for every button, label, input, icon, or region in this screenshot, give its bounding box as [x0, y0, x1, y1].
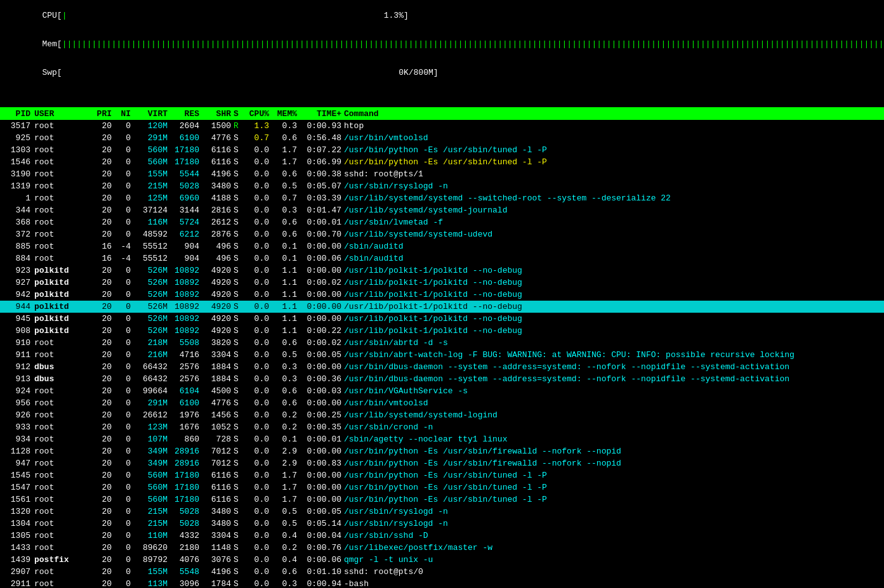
- table-row[interactable]: 910 root 20 0 218M 5508 3820 S 0.0 0.6 0…: [0, 337, 884, 349]
- table-row[interactable]: 1319 root 20 0 215M 5028 3480 S 0.0 0.5 …: [0, 180, 884, 192]
- col-header-shr[interactable]: SHR: [202, 109, 234, 119]
- proc-cpu: 0.0: [244, 434, 272, 444]
- proc-mem: 0.6: [272, 338, 300, 348]
- table-row[interactable]: 1433 root 20 0 89620 2180 1148 S 0.0 0.2…: [0, 542, 884, 554]
- proc-res: 4716: [170, 350, 202, 360]
- table-row[interactable]: 1 root 20 0 125M 6960 4188 S 0.0 0.7 0:0…: [0, 192, 884, 204]
- table-row[interactable]: 2911 root 20 0 113M 3096 1784 S 0.0 0.3 …: [0, 578, 884, 588]
- table-row[interactable]: 1547 root 20 0 560M 17180 6116 S 0.0 1.7…: [0, 481, 884, 493]
- proc-shr: 4920: [202, 326, 234, 336]
- proc-shr: 496: [202, 242, 234, 251]
- col-header-pid[interactable]: PID: [3, 109, 34, 119]
- proc-pri: 20: [91, 471, 114, 480]
- proc-virt: 291M: [133, 133, 170, 143]
- col-header-mem[interactable]: MEM%: [272, 109, 300, 119]
- col-header-cmd[interactable]: Command: [344, 109, 881, 119]
- proc-time: 0:00.93: [300, 121, 344, 131]
- proc-pid: 1128: [3, 447, 34, 456]
- table-row[interactable]: 924 root 20 0 99664 6104 4500 S 0.0 0.6 …: [0, 385, 884, 397]
- proc-cpu: 0.0: [244, 181, 272, 191]
- proc-s: S: [234, 459, 244, 468]
- table-row[interactable]: 884 root 16 -4 55512 904 496 S 0.0 0.1 0…: [0, 252, 884, 265]
- proc-s: S: [234, 338, 244, 348]
- table-row[interactable]: 3517 root 20 0 120M 2604 1500 R 1.3 0.3 …: [0, 120, 884, 132]
- proc-cmd: /usr/bin/python -Es /usr/sbin/firewalld …: [344, 459, 881, 468]
- proc-user: polkitd: [34, 314, 91, 323]
- table-row[interactable]: 911 root 20 0 216M 4716 3304 S 0.0 0.5 0…: [0, 349, 884, 361]
- cpu-label: CPU[: [42, 11, 62, 20]
- table-row[interactable]: 1545 root 20 0 560M 17180 6116 S 0.0 1.7…: [0, 469, 884, 481]
- proc-cpu: 0.0: [244, 169, 272, 179]
- proc-pid: 1320: [3, 507, 34, 516]
- proc-mem: 0.6: [272, 169, 300, 179]
- table-row[interactable]: 3190 root 20 0 155M 5544 4196 S 0.0 0.6 …: [0, 168, 884, 180]
- table-row[interactable]: 956 root 20 0 291M 6100 4776 S 0.0 0.6 0…: [0, 397, 884, 409]
- proc-ni: 0: [114, 169, 133, 179]
- proc-pri: 20: [91, 326, 114, 336]
- table-row[interactable]: 908 polkitd 20 0 526M 10892 4920 S 0.0 1…: [0, 325, 884, 337]
- table-row[interactable]: 942 polkitd 20 0 526M 10892 4920 S 0.0 1…: [0, 289, 884, 301]
- col-header-ni[interactable]: NI: [114, 109, 133, 119]
- table-row[interactable]: 933 root 20 0 123M 1676 1052 S 0.0 0.2 0…: [0, 421, 884, 433]
- proc-pri: 20: [91, 459, 114, 468]
- proc-mem: 0.1: [272, 254, 300, 263]
- proc-pid: 1: [3, 193, 34, 203]
- proc-virt: 560M: [133, 145, 170, 155]
- proc-pri: 20: [91, 266, 114, 275]
- col-header-time[interactable]: TIME+: [300, 109, 344, 119]
- proc-virt: 215M: [133, 519, 170, 528]
- table-row[interactable]: 925 root 20 0 291M 6100 4776 S 0.7 0.6 0…: [0, 132, 884, 144]
- table-row[interactable]: 926 root 20 0 26612 1976 1456 S 0.0 0.2 …: [0, 409, 884, 421]
- table-row[interactable]: 923 polkitd 20 0 526M 10892 4920 S 0.0 1…: [0, 265, 884, 277]
- table-row[interactable]: 1561 root 20 0 560M 17180 6116 S 0.0 1.7…: [0, 493, 884, 506]
- proc-virt: 107M: [133, 434, 170, 444]
- table-row[interactable]: 1439 postfix 20 0 89792 4076 3076 S 0.0 …: [0, 554, 884, 566]
- table-row[interactable]: 368 root 20 0 116M 5724 2612 S 0.0 0.6 0…: [0, 216, 884, 228]
- proc-user: dbus: [34, 374, 91, 384]
- table-row[interactable]: 945 polkitd 20 0 526M 10892 4920 S 0.0 1…: [0, 313, 884, 325]
- col-header-s[interactable]: S: [234, 109, 244, 119]
- proc-shr: 4500: [202, 386, 234, 396]
- proc-cpu: 0.0: [244, 555, 272, 565]
- table-row[interactable]: 344 root 20 0 37124 3144 2816 S 0.0 0.3 …: [0, 204, 884, 216]
- col-header-virt[interactable]: VIRT: [133, 109, 170, 119]
- col-header-cpu[interactable]: CPU%: [244, 109, 272, 119]
- proc-cpu: 0.0: [244, 326, 272, 336]
- col-header-res[interactable]: RES: [170, 109, 202, 119]
- proc-cmd: /usr/sbin/rsyslogd -n: [344, 181, 881, 191]
- proc-res: 10892: [170, 290, 202, 299]
- proc-mem: 1.1: [272, 278, 300, 287]
- table-row[interactable]: 1303 root 20 0 560M 17180 6116 S 0.0 1.7…: [0, 144, 884, 156]
- proc-user: root: [34, 386, 91, 396]
- table-row[interactable]: 2907 root 20 0 155M 5548 4196 S 0.0 0.6 …: [0, 566, 884, 578]
- table-row[interactable]: 944 polkitd 20 0 526M 10892 4920 S 0.0 1…: [0, 301, 884, 313]
- proc-s: S: [234, 290, 244, 299]
- col-header-user[interactable]: USER: [34, 109, 91, 119]
- proc-pid: 344: [3, 206, 34, 215]
- swp-val: 0K/800M]: [62, 68, 439, 77]
- table-row[interactable]: 912 dbus 20 0 66432 2576 1884 S 0.0 0.3 …: [0, 361, 884, 373]
- table-row[interactable]: 947 root 20 0 349M 28916 7012 S 0.0 2.9 …: [0, 457, 884, 469]
- table-row[interactable]: 1320 root 20 0 215M 5028 3480 S 0.0 0.5 …: [0, 506, 884, 518]
- proc-cpu: 0.0: [244, 531, 272, 540]
- table-row[interactable]: 372 root 20 0 48592 6212 2876 S 0.0 0.6 …: [0, 228, 884, 240]
- proc-cpu: 0.0: [244, 230, 272, 239]
- proc-s: S: [234, 543, 244, 552]
- proc-pri: 20: [91, 495, 114, 504]
- col-header-pri[interactable]: PRI: [91, 109, 114, 119]
- proc-s: S: [234, 422, 244, 432]
- proc-ni: 0: [114, 230, 133, 239]
- proc-s: S: [234, 434, 244, 444]
- table-row[interactable]: 927 polkitd 20 0 526M 10892 4920 S 0.0 1…: [0, 277, 884, 289]
- table-row[interactable]: 1128 root 20 0 349M 28916 7012 S 0.0 2.9…: [0, 445, 884, 457]
- table-row[interactable]: 1305 root 20 0 110M 4332 3304 S 0.0 0.4 …: [0, 530, 884, 542]
- proc-res: 6100: [170, 398, 202, 408]
- table-row[interactable]: 934 root 20 0 107M 860 728 S 0.0 0.1 0:0…: [0, 433, 884, 445]
- proc-mem: 2.9: [272, 447, 300, 456]
- table-row[interactable]: 913 dbus 20 0 66432 2576 1884 S 0.0 0.3 …: [0, 373, 884, 385]
- table-row[interactable]: 1546 root 20 0 560M 17180 6116 S 0.0 1.7…: [0, 156, 884, 168]
- proc-virt: 349M: [133, 459, 170, 468]
- proc-cmd: /usr/lib/polkit-1/polkitd --no-debug: [344, 326, 881, 336]
- table-row[interactable]: 885 root 16 -4 55512 904 496 S 0.0 0.1 0…: [0, 240, 884, 252]
- table-row[interactable]: 1304 root 20 0 215M 5028 3480 S 0.0 0.5 …: [0, 518, 884, 530]
